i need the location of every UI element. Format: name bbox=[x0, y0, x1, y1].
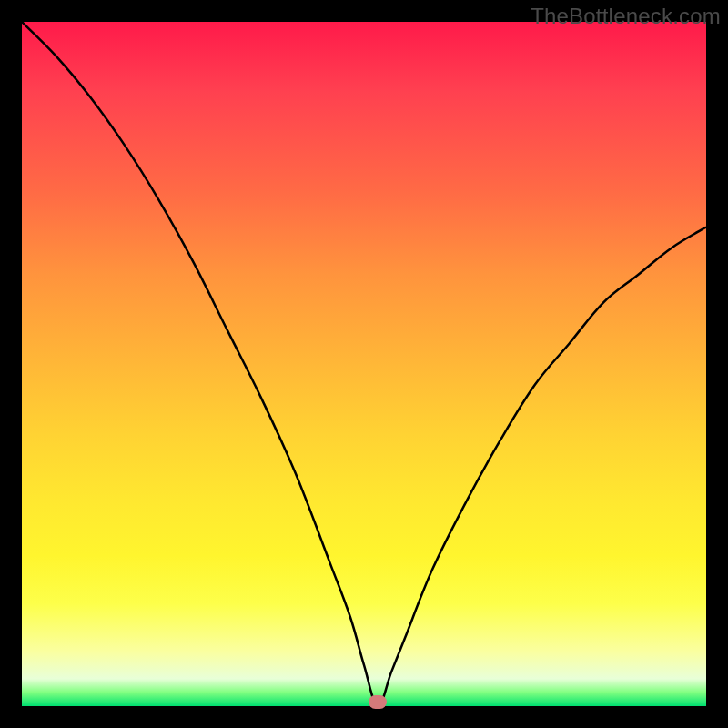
plot-frame bbox=[22, 22, 706, 706]
watermark-text: TheBottleneck.com bbox=[531, 4, 721, 29]
optimal-point-marker bbox=[369, 695, 387, 709]
gradient-background bbox=[22, 22, 706, 706]
